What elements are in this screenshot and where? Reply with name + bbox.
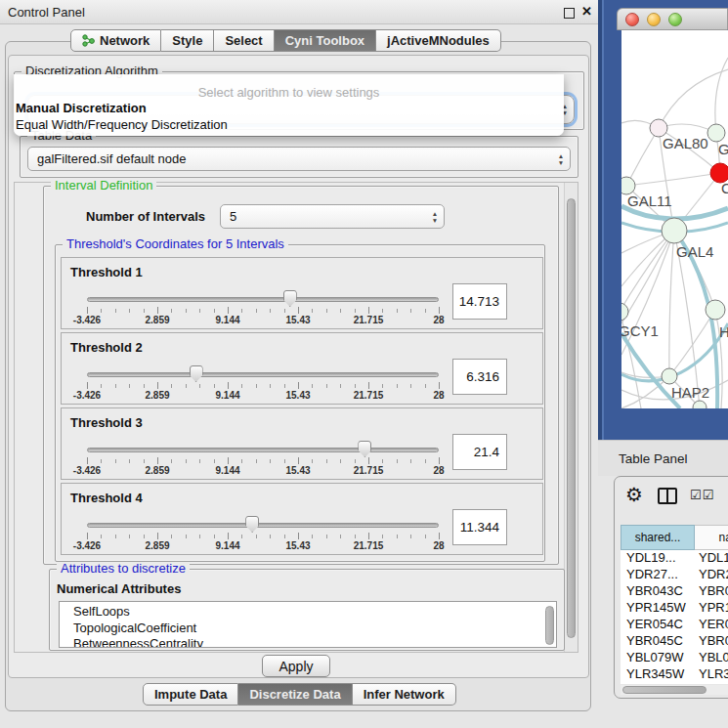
threshold-label: Threshold 1 [70,265,143,279]
table-row[interactable]: YDR27...YDR27... [621,567,728,583]
tab-impute-data[interactable]: Impute Data [143,683,238,706]
network-nodes[interactable] [621,119,728,408]
zoom-traffic-light-icon[interactable] [668,13,682,26]
table-row[interactable]: YBR043CYBR043C [621,583,728,600]
threshold-slider[interactable]: -3.4262.8599.14415.4321.71528 [87,365,439,403]
tab-network[interactable]: Network [70,29,161,52]
numerical-attributes-label: Numerical Attributes [57,581,181,596]
table-row[interactable]: YDL19...YDL19... [621,550,728,567]
numerical-attributes-list[interactable]: SelfLoops TopologicalCoefficient Between… [59,601,557,648]
slider-handle[interactable] [245,516,259,533]
node-label: GA [718,141,728,157]
table-header-row: shared... name [621,525,728,550]
column-header-name[interactable]: name [695,525,728,550]
threshold-value-field[interactable]: 21.4 [452,434,507,470]
table-row[interactable]: YBL079WYBL079W [621,650,728,666]
apply-button[interactable]: Apply [262,655,330,677]
app-root: Control Panel ✕ Network Style Select Cyn… [0,0,728,728]
slider-handle[interactable] [190,365,203,382]
table-panel-titlebar: Table Panel [598,440,728,476]
table-row[interactable]: YER054CYER054C [621,617,728,633]
list-item[interactable]: BetweennessCentrality [60,636,556,648]
node-h [706,300,725,320]
tab-style[interactable]: Style [161,29,214,52]
list-item[interactable]: TopologicalCoefficient [60,621,556,637]
threshold-row: Threshold 1 -3.4262.8599.14415.4321.7152… [61,257,543,329]
slider-ticks [87,532,439,540]
gear-icon[interactable]: ⚙ [625,483,643,506]
slider-handle[interactable] [358,441,371,457]
slider-track[interactable] [87,448,439,452]
combo-arrows-icon: ▲▼ [554,152,570,166]
slider-track[interactable] [87,523,439,528]
attributes-group-title: Attributes to discretize [57,562,190,576]
threshold-label: Threshold 4 [70,491,143,505]
interval-definition-group-title: Interval Definition [51,179,156,193]
network-window-titlebar[interactable] [617,8,728,30]
tab-infer-network[interactable]: Infer Network [353,683,456,706]
slider-tick-labels: -3.4262.8599.14415.4321.71528 [87,315,439,326]
threshold-value-field[interactable]: 6.316 [452,359,507,395]
node-label: GAL4 [676,243,713,260]
network-canvas[interactable]: GAL80 GA C GAL11 GAL4 H GCY1 HAP2 [621,30,728,408]
threshold-slider[interactable]: -3.4262.8599.14415.4321.71528 [87,290,439,327]
node-table[interactable]: shared... name YDL19...YDL19... YDR27...… [621,525,728,684]
node-label: GAL11 [627,193,672,209]
threshold-slider[interactable]: -3.4262.8599.14415.4321.71528 [87,441,439,478]
algorithm-placeholder: Select algorithm to view settings [14,74,564,100]
slider-ticks [87,381,439,390]
threshold-row: Threshold 2 -3.4262.8599.14415.4321.7152… [61,332,543,405]
close-traffic-light-icon[interactable] [625,13,639,26]
node-gcy1 [621,303,628,321]
dropdown-option-manual[interactable]: Manual Discretization [14,100,564,116]
combo-arrows-icon: ▲▼ [428,210,444,224]
node-label: GCY1 [621,322,659,339]
tab-discretize-data[interactable]: Discretize Data [238,683,352,706]
threshold-label: Threshold 2 [70,340,143,355]
horizontal-scrollbar[interactable] [621,685,728,695]
minimize-traffic-light-icon[interactable] [647,13,661,26]
slider-handle[interactable] [283,290,297,307]
dropdown-option-equal-width[interactable]: Equal Width/Frequency Discretization [14,116,564,133]
number-of-intervals-combobox[interactable]: 5 ▲▼ [220,204,445,229]
table-data-combobox[interactable]: galFiltered.sif default node ▲▼ [27,147,571,171]
cyni-tab-bar: Network Style Select Cyni Toolbox jActiv… [70,29,501,52]
tab-cyni-toolbox[interactable]: Cyni Toolbox [275,29,376,52]
cyni-bottom-tab-bar: Impute Data Discretize Data Infer Networ… [143,683,456,706]
table-row[interactable]: YPR145WYPR145W [621,600,728,617]
tab-jactivemnodules[interactable]: jActiveMNodules [376,29,501,52]
horizontal-scrollbar-thumb[interactable] [622,686,707,694]
node-hap2 [662,368,677,384]
list-scrollbar-thumb[interactable] [545,606,554,645]
slider-tick-labels: -3.4262.8599.14415.4321.71528 [87,465,439,477]
tab-select[interactable]: Select [214,29,274,52]
slider-ticks [87,306,439,315]
node-label: GAL80 [663,135,708,151]
table-row[interactable]: YLR345WYLR345W [621,666,728,683]
vertical-scrollbar-thumb[interactable] [567,198,576,638]
slider-track[interactable] [87,297,439,302]
table-row[interactable]: YBR045CYBR045C [621,633,728,650]
node-label: HAP2 [671,384,709,401]
threshold-row: Threshold 3 -3.4262.8599.14415.4321.7152… [61,407,543,480]
close-icon[interactable]: ✕ [581,4,592,19]
checkbox-icons[interactable]: ☑☑ [690,488,714,502]
threshold-value-field[interactable]: 14.713 [452,283,507,320]
list-item[interactable]: SelfLoops [60,602,556,621]
slider-ticks [87,456,439,465]
split-pane-icon[interactable] [658,488,677,504]
vertical-scrollbar[interactable] [564,183,578,652]
float-window-icon[interactable] [564,8,575,19]
slider-track[interactable] [87,372,439,377]
network-graph: GAL80 GA C GAL11 GAL4 H GCY1 HAP2 [621,30,728,408]
control-panel-titlebar: Control Panel [0,0,598,24]
threshold-label: Threshold 3 [70,415,143,430]
column-header-shared-name[interactable]: shared... [621,525,695,550]
table-row[interactable]: YIL052CYIL052C [621,683,728,684]
slider-tick-labels: -3.4262.8599.14415.4321.71528 [87,540,439,552]
threshold-slider[interactable]: -3.4262.8599.14415.4321.71528 [87,516,439,553]
threshold-value-field[interactable]: 11.344 [452,509,507,545]
node-gal4 [662,218,687,243]
thresholds-group-title: Threshold's Coordinates for 5 Intervals [63,237,288,251]
node-label: C [721,180,728,196]
